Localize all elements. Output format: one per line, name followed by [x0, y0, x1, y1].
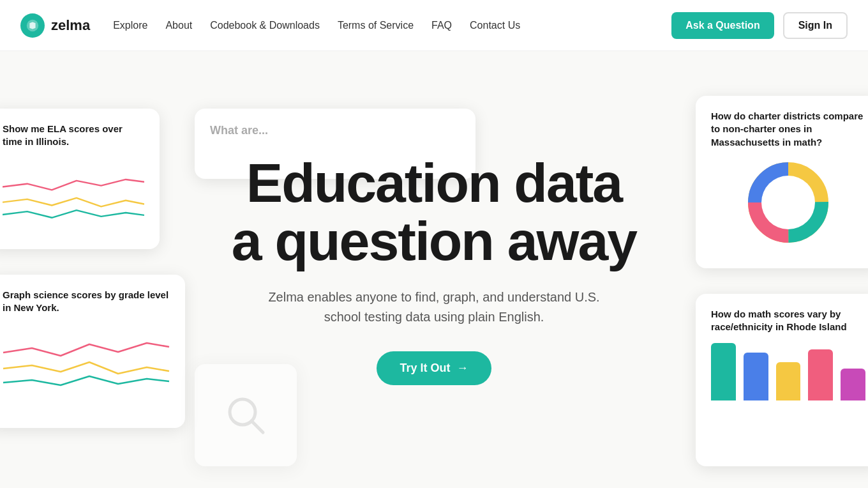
card-science: Graph science scores by grade level in N…	[0, 275, 185, 428]
card-math-title: How do math scores vary by race/ethnicit…	[711, 308, 865, 334]
bar-4	[808, 349, 833, 400]
sign-in-button[interactable]: Sign In	[783, 12, 848, 39]
card-math: How do math scores vary by race/ethnicit…	[696, 294, 868, 466]
card-science-title: Graph science scores by grade level in N…	[3, 289, 170, 315]
bar-1	[711, 343, 736, 400]
svg-line-2	[251, 421, 263, 432]
ela-line-chart	[3, 158, 144, 234]
hero-title-line1: Education data	[246, 152, 622, 213]
svg-point-7	[761, 176, 815, 229]
hero-title-line2: a question away	[232, 210, 636, 271]
nav-explore[interactable]: Explore	[113, 20, 147, 31]
logo[interactable]: zelma	[20, 13, 90, 38]
card-charter-title: How do charter districts compare to non-…	[711, 110, 865, 149]
bar-2	[744, 353, 768, 400]
navbar: zelma Explore About Codebook & Downloads…	[0, 0, 868, 51]
card-charter: How do charter districts compare to non-…	[696, 96, 868, 268]
try-it-out-button[interactable]: Try It Out →	[377, 351, 491, 385]
hero-title: Education data a question away	[232, 154, 636, 270]
science-line-chart	[3, 324, 170, 400]
hero-subtitle: Zelma enables anyone to find, graph, and…	[268, 287, 600, 327]
nav-left: zelma Explore About Codebook & Downloads…	[20, 13, 520, 38]
nav-right: Ask a Question Sign In	[671, 12, 848, 39]
donut-chart	[744, 158, 833, 247]
nav-codebook[interactable]: Codebook & Downloads	[210, 20, 320, 31]
nav-contact[interactable]: Contact Us	[470, 20, 520, 31]
card-search	[195, 364, 297, 466]
bar-chart	[711, 343, 865, 400]
donut-chart-wrap	[711, 158, 865, 247]
search-icon	[223, 393, 268, 438]
nav-terms[interactable]: Terms of Service	[338, 20, 414, 31]
card-what-title: What are...	[210, 123, 460, 138]
bar-3	[776, 362, 801, 400]
card-ela: Show me ELA scores over time in Illinois…	[0, 109, 160, 249]
hero-section: Show me ELA scores over time in Illinois…	[0, 51, 868, 488]
try-button-label: Try It Out	[400, 362, 450, 375]
arrow-icon: →	[457, 362, 468, 375]
logo-text: zelma	[51, 17, 90, 34]
logo-icon	[20, 13, 45, 38]
nav-faq[interactable]: FAQ	[431, 20, 452, 31]
bar-5	[841, 369, 865, 400]
ask-question-button[interactable]: Ask a Question	[671, 12, 774, 39]
nav-links: Explore About Codebook & Downloads Terms…	[113, 20, 520, 31]
card-ela-title: Show me ELA scores over time in Illinois…	[3, 123, 144, 149]
nav-about[interactable]: About	[165, 20, 192, 31]
